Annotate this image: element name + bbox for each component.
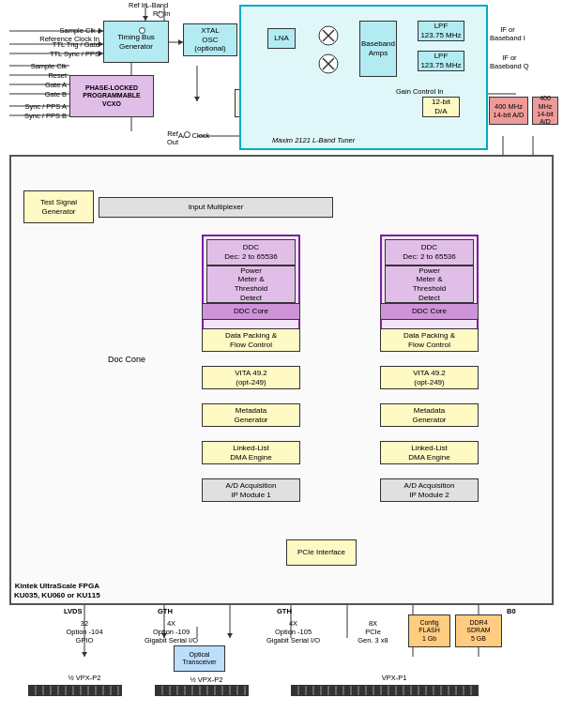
linked-list2-block: Linked-ListDMA Engine [380, 441, 479, 464]
ref-in-label: Ref In [129, 1, 147, 9]
gpio-label: 32Option -104GPIO [56, 619, 113, 645]
gain-control-label: Gain Control In [396, 87, 443, 96]
linked-list1-block: Linked-ListDMA Engine [202, 441, 300, 464]
gth2-label: GTH [277, 607, 292, 615]
gth1-label: GTH [158, 607, 173, 615]
ad-clock-label: A/D Clock [178, 131, 209, 140]
adc1-block: 400 MHz14-bit A/D [489, 97, 528, 125]
ddr4-block: DDR4SDRAM5 GB [455, 614, 502, 647]
optical-block: OpticalTransceiver [174, 645, 225, 672]
ddc2-block: DDCDec: 2 to 65536 [385, 239, 474, 265]
gigabit2-label: 4XOption -105Gigabit Serial I/O [263, 619, 324, 645]
ttl-trig-label: TTL Trig / Gate [1, 40, 99, 49]
doc-cone-label: Doc Cone [108, 355, 145, 365]
vita2-block: VITA 49.2(opt-249) [380, 366, 479, 389]
sync-pps-b-label: Sync / PPS B [1, 112, 67, 120]
lpf2-block: LPF123.75 MHz [418, 51, 464, 71]
adc2-block: 400 MHz14-bit A/D [532, 97, 558, 125]
svg-marker-101 [227, 633, 233, 638]
gigabit1-label: 4XOption -109Gigabit Serial I/O [141, 619, 202, 645]
metadata1-block: MetadataGenerator [202, 403, 300, 427]
reset-label: Reset [1, 71, 67, 80]
lvds-label: LVDS [64, 607, 82, 615]
ttl-sync-label: TTL Sync / PPS [1, 50, 99, 58]
vpx-bar-2 [155, 685, 249, 696]
ddc1-block: DDCDec: 2 to 65536 [206, 239, 296, 265]
mixer2-symbol [317, 53, 340, 75]
baseband-amps-block: BasebandAmps [359, 21, 397, 77]
sync-pps-a-label: Sync / PPS A [1, 102, 67, 111]
pcie-block: PCIe Interface [286, 539, 357, 566]
maxim-tuner-label: Maxim 2121 L-Band Tuner [272, 136, 355, 144]
vpx-p2-1-label: ½ VPX-P2 [56, 674, 113, 682]
junction-ref-in [139, 27, 145, 34]
test-signal-gen-block: Test SignalGenerator [23, 190, 94, 223]
power-meter2-block: PowerMeter &ThresholdDetect [385, 265, 474, 303]
pcie-gen-label: 8XPCIeGen. 3 x8 [347, 619, 399, 645]
vpx-bar-3 [291, 685, 479, 696]
ref-out-label: RefOut [167, 129, 178, 146]
svg-marker-20 [194, 97, 200, 101]
b0-label: B0 [507, 607, 516, 615]
mixer1-symbol [317, 24, 340, 47]
vpx-p1-label: VPX-P1 [366, 674, 422, 682]
data-pack2-block: Data Packing &Flow Control [380, 328, 479, 352]
vpx-bar-1 [28, 685, 122, 696]
sample-clk-label: Sample Clk [1, 62, 67, 70]
junction-ref-out [184, 131, 190, 138]
if-baseband-i-label: IF orBaseband I [490, 25, 525, 42]
pll-vcxo-block: PHASE-LOCKEDPROGRAMMABLEVCXO [69, 75, 154, 117]
input-mux-block: Input Multiplexer [99, 197, 333, 218]
vpx-p2-2-label: ½ VPX-P2 [178, 675, 235, 684]
fpga-label: Kintek UltraScale FPGAKU035, KU060 or KU… [14, 582, 100, 599]
diagram-container: L-Band RF In Ref In Sample Clk /Referenc… [0, 0, 563, 728]
l-band-label: L-Band [145, 1, 168, 9]
gate-b-label: Gate B [1, 90, 67, 99]
vita1-block: VITA 49.2(opt-249) [202, 366, 300, 389]
data-pack1-block: Data Packing &Flow Control [202, 328, 300, 352]
config-flash-block: ConfigFLASH1 Gb [408, 614, 450, 647]
svg-marker-97 [82, 652, 87, 657]
if-baseband-q-label: IF orBaseband Q [490, 53, 529, 70]
ddc-core2-block: DDC Core [380, 303, 479, 320]
ad-acq1-block: A/D AcquisitionIP Module 1 [202, 478, 300, 502]
xtal-osc-block: XTALOSC(optional) [183, 23, 237, 56]
ad-acq2-block: A/D AcquisitionIP Module 2 [380, 478, 479, 502]
dac-block: 12-bitD/A [422, 97, 460, 117]
lpf1-block: LPF123.75 MHz [418, 21, 464, 41]
gate-a-label: Gate A [1, 81, 67, 89]
ddc-core1-block: DDC Core [202, 303, 300, 320]
metadata2-block: MetadataGenerator [380, 403, 479, 427]
junction-rf-in [158, 11, 164, 18]
power-meter1-block: PowerMeter &ThresholdDetect [206, 265, 296, 303]
lna-block: LNA [267, 28, 296, 49]
timing-bus-generator-block: Timing BusGenerator [103, 21, 169, 63]
